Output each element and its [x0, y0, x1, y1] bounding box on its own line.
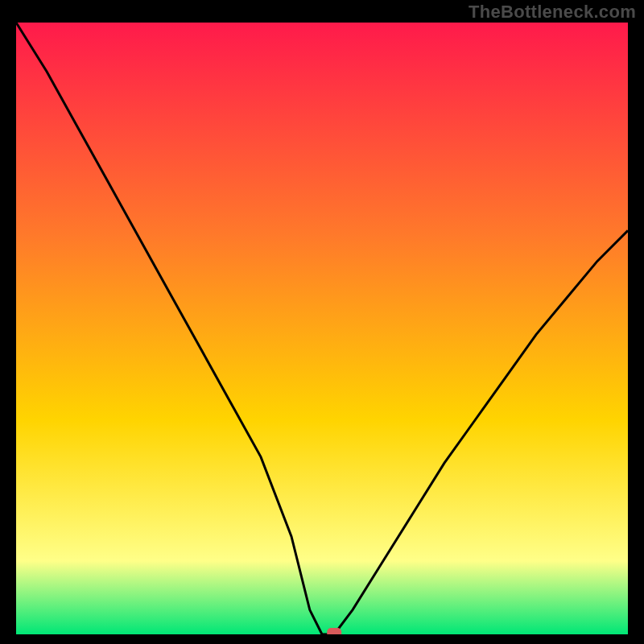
chart-background — [16, 23, 628, 634]
chart-plot-area — [16, 23, 628, 634]
watermark-text: TheBottleneck.com — [469, 2, 636, 23]
chart-svg — [16, 23, 628, 634]
optimal-marker — [327, 628, 341, 634]
chart-frame: TheBottleneck.com — [0, 0, 644, 644]
